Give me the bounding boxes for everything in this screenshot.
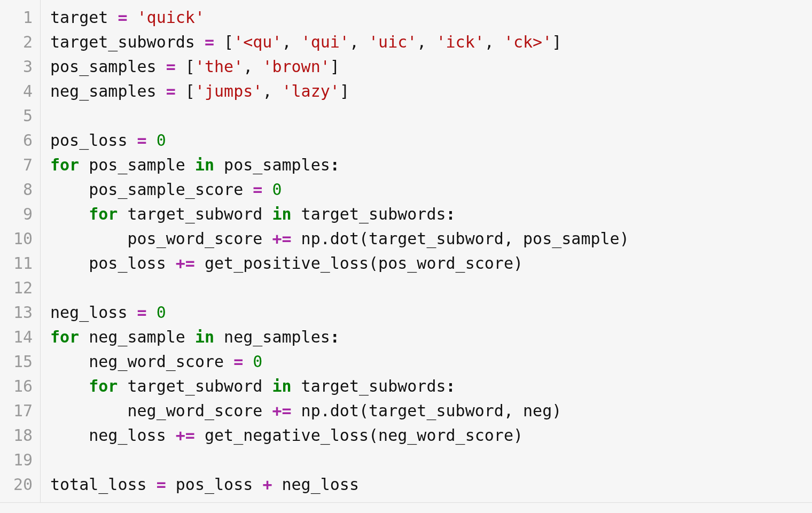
line-number: 3 [0,55,33,79]
code-token: + [262,475,272,494]
code-token: pos_loss [166,475,263,494]
code-token: for [89,377,118,395]
code-token: pos_loss [50,131,137,150]
line-number: 14 [0,325,33,349]
code-token: = [233,352,243,371]
line-number: 2 [0,30,33,55]
code-token: np [292,401,321,420]
code-token: = [166,57,176,76]
code-token: ] [340,82,349,100]
code-token: 'quick' [137,8,205,27]
code-line: pos_loss += get_positive_loss(pos_word_s… [50,251,812,276]
line-number: 4 [0,79,33,104]
code-line: neg_word_score += np.dot(target_subword,… [50,399,812,423]
code-token: : [330,156,340,174]
code-token: . [321,229,330,248]
code-token: pos_samples [214,156,330,174]
code-line [50,448,812,472]
code-line: neg_loss += get_negative_loss(neg_word_s… [50,423,812,448]
code-token: in [272,377,291,395]
line-number: 10 [0,227,33,251]
code-token: : [446,205,456,223]
line-number: 18 [0,423,33,448]
line-number: 9 [0,202,33,227]
code-line: pos_samples = ['the', 'brown'] [50,55,812,79]
code-token: += [176,426,195,445]
code-token: for [50,156,79,174]
code-token: += [272,229,291,248]
code-token: = [157,475,166,494]
code-token: get_positive_loss(pos_word_score) [195,254,523,273]
code-token: 'the' [195,57,243,76]
code-token: neg_samples [50,82,166,100]
code-token: = [137,303,147,322]
code-token: neg_samples [214,328,330,346]
code-line: pos_loss = 0 [50,128,812,153]
code-token: : [446,377,456,395]
line-number: 6 [0,128,33,153]
line-number: 7 [0,153,33,177]
line-number: 17 [0,399,33,423]
code-token: get_negative_loss(neg_word_score) [195,426,523,445]
code-token: 'qui' [301,33,349,51]
code-token: = [166,82,176,100]
code-token: pos_samples [50,57,166,76]
code-line: target = 'quick' [50,5,812,30]
code-token [147,131,157,150]
code-line: pos_word_score += np.dot(target_subword,… [50,227,812,251]
code-token: [ [214,33,233,51]
code-token: target_subwords [292,377,446,395]
code-token: for [89,205,118,223]
code-token: , [243,57,262,76]
code-token: , [349,33,369,51]
code-block: 1234567891011121314151617181920 target =… [0,0,812,503]
code-token [243,352,253,371]
code-token: += [176,254,195,273]
code-token: += [272,401,291,420]
code-line: total_loss = pos_loss + neg_loss [50,472,812,497]
code-token: pos_sample_score [50,180,253,199]
code-token: in [195,156,214,174]
code-token: = [137,131,147,150]
line-number: 8 [0,177,33,202]
code-line: target_subwords = ['<qu', 'qui', 'uic', … [50,30,812,55]
code-token [50,377,89,395]
code-token: 'ck>' [504,33,552,51]
code-token: dot(target_subword, neg) [330,401,561,420]
code-token: pos_loss [50,254,176,273]
code-token: '<qu' [233,33,282,51]
code-token: , [417,33,436,51]
line-number-gutter: 1234567891011121314151617181920 [0,0,41,502]
code-token: pos_sample [79,156,195,174]
code-token: neg_word_score [50,401,272,420]
code-token: target_subword [118,377,272,395]
code-token: target_subword [118,205,272,223]
code-token: [ [176,82,195,100]
code-token: np [292,229,321,248]
line-number: 5 [0,104,33,128]
code-token: . [321,401,330,420]
code-token: 'ick' [436,33,484,51]
code-token: neg_loss [50,426,176,445]
code-token: neg_word_score [50,352,233,371]
code-token: ] [552,33,561,51]
code-line [50,276,812,300]
line-number: 12 [0,276,33,300]
line-number: 19 [0,448,33,472]
code-token: neg_loss [272,475,359,494]
code-token: , [282,33,301,51]
code-token: 0 [157,303,166,322]
code-token: 0 [253,352,262,371]
code-line [50,104,812,128]
code-token: target [50,8,118,27]
code-token: : [330,328,340,346]
code-token: 'brown' [262,57,330,76]
code-token: target_subwords [292,205,446,223]
code-line: neg_samples = ['jumps', 'lazy'] [50,79,812,104]
code-token: for [50,328,79,346]
code-token: ] [330,57,340,76]
code-token: pos_word_score [50,229,272,248]
code-token: = [118,8,127,27]
code-token: in [195,328,214,346]
code-token [147,303,157,322]
